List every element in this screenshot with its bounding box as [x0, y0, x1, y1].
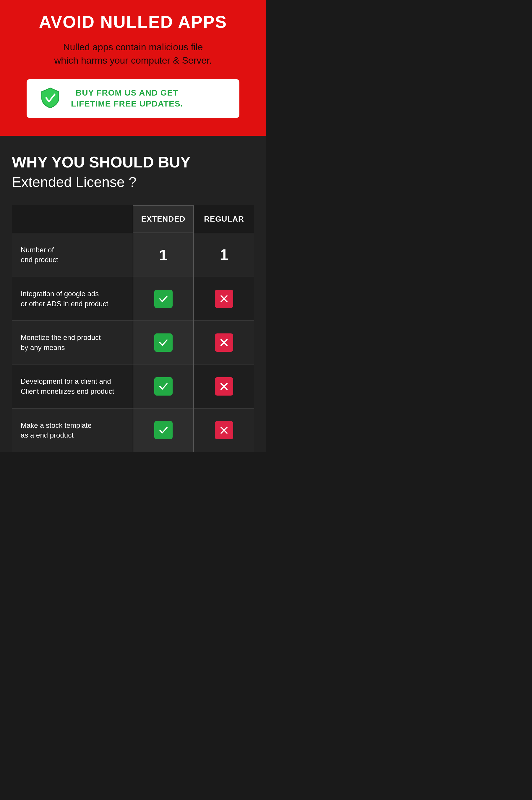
extended-value-cell: 1	[133, 233, 194, 277]
col-extended-header: EXTENDED	[133, 205, 194, 233]
feature-cell: Integration of google adsor other ADS in…	[12, 277, 133, 321]
regular-value-cell	[194, 364, 254, 408]
cross-icon	[219, 293, 229, 304]
check-badge	[154, 290, 173, 308]
feature-cell: Number ofend product	[12, 233, 133, 277]
extended-value-cell	[133, 364, 194, 408]
check-badge	[154, 333, 173, 352]
subtitle-text: Nulled apps contain malicious file which…	[6, 40, 260, 67]
cross-icon	[219, 381, 229, 392]
table-row: Number ofend product11	[12, 233, 254, 277]
check-badge	[154, 421, 173, 439]
why-subtitle: Extended License ?	[12, 174, 254, 190]
table-row: Monetize the end productby any means	[12, 321, 254, 364]
main-title: AVOID NULLED APPS	[6, 12, 260, 32]
check-icon	[158, 425, 169, 436]
feature-cell: Make a stock templateas a end product	[12, 408, 133, 452]
col-regular-header: REGULAR	[194, 205, 254, 233]
cross-icon	[219, 425, 229, 436]
subtitle-line1: Nulled apps contain malicious file	[63, 42, 203, 52]
cross-badge	[215, 333, 233, 352]
banner-card: BUY FROM US AND GET LIFETIME FREE UPDATE…	[26, 79, 240, 118]
banner-text: BUY FROM US AND GET LIFETIME FREE UPDATE…	[71, 88, 183, 109]
table-row: Development for a client andClient monet…	[12, 364, 254, 408]
feature-cell: Monetize the end productby any means	[12, 321, 133, 364]
subtitle-line2: which harms your computer & Server.	[54, 55, 212, 66]
comparison-table: EXTENDED REGULAR Number ofend product11I…	[12, 205, 254, 452]
extended-value-cell	[133, 277, 194, 321]
check-icon	[158, 337, 169, 348]
banner-line1: BUY FROM US AND GET	[76, 88, 178, 97]
header-section: AVOID NULLED APPS Nulled apps contain ma…	[0, 0, 266, 136]
cross-icon	[219, 337, 229, 348]
regular-number: 1	[220, 246, 228, 263]
extended-value-cell	[133, 321, 194, 364]
cross-badge	[215, 290, 233, 308]
shield-icon	[38, 86, 62, 111]
regular-value-cell: 1	[194, 233, 254, 277]
col-feature-header	[12, 205, 133, 233]
banner-line2: LIFETIME FREE UPDATES.	[71, 99, 183, 108]
check-badge	[154, 377, 173, 396]
extended-number: 1	[159, 247, 168, 263]
why-title: WHY YOU SHOULD BUY	[12, 153, 254, 171]
feature-cell: Development for a client andClient monet…	[12, 364, 133, 408]
check-icon	[158, 381, 169, 392]
regular-value-cell	[194, 408, 254, 452]
cross-badge	[215, 421, 233, 439]
table-row: Make a stock templateas a end product	[12, 408, 254, 452]
check-icon	[158, 293, 169, 304]
cross-badge	[215, 377, 233, 396]
extended-value-cell	[133, 408, 194, 452]
table-header-row: EXTENDED REGULAR	[12, 205, 254, 233]
table-row: Integration of google adsor other ADS in…	[12, 277, 254, 321]
regular-value-cell	[194, 321, 254, 364]
why-section: WHY YOU SHOULD BUY Extended License ? EX…	[0, 136, 266, 452]
regular-value-cell	[194, 277, 254, 321]
